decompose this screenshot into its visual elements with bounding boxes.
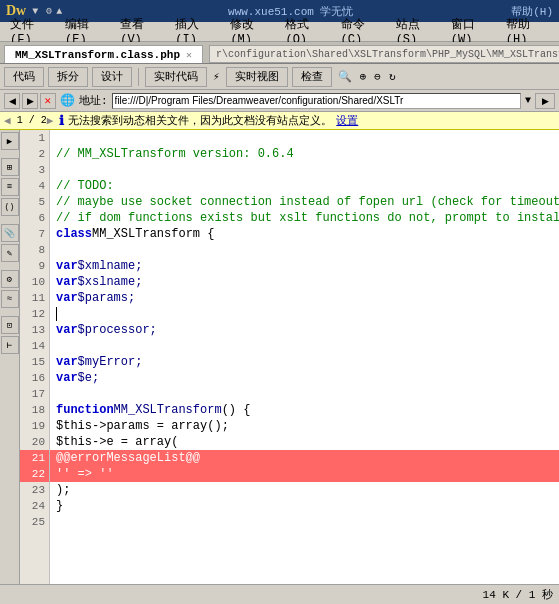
line-number: 10 (20, 274, 49, 290)
main-area: ▶ ⊞ ≡ ⟨⟩ 📎 ✎ ⚙ ≈ ⊡ ⊢ 1234567891011121314… (0, 130, 559, 584)
line-number: 13 (20, 322, 49, 338)
forward-btn[interactable]: ▶ (22, 93, 38, 109)
code-line: var $myError; (50, 354, 559, 370)
refresh-icon[interactable]: ↻ (387, 70, 398, 83)
line-number: 21 (20, 450, 49, 466)
toolbar: 代码 拆分 设计 实时代码 ⚡ 实时视图 检查 🔍 ⊕ ⊖ ↻ (0, 64, 559, 90)
code-line: $this->e = array( (50, 434, 559, 450)
line-number: 9 (20, 258, 49, 274)
side-btn-3[interactable]: ≡ (1, 178, 19, 196)
code-line (50, 242, 559, 258)
code-line: var $processor; (50, 322, 559, 338)
side-btn-8[interactable]: ≈ (1, 290, 19, 308)
side-btn-10[interactable]: ⊢ (1, 336, 19, 354)
zoom-in-icon[interactable]: ⊕ (358, 70, 369, 83)
line-number: 2 (20, 146, 49, 162)
line-number: 16 (20, 370, 49, 386)
nav-buttons: ◀ ▶ ✕ (4, 93, 56, 109)
address-bar: ◀ ▶ ✕ 🌐 地址: ▼ ▶ (0, 90, 559, 112)
line-number: 12 (20, 306, 49, 322)
dropdown-arrow[interactable]: ▼ (525, 95, 531, 106)
line-number: 1 (20, 130, 49, 146)
line-numbers: 1234567891011121314151617181920212223242… (20, 130, 50, 584)
page-number: 1 / 2 (17, 115, 47, 126)
side-btn-4[interactable]: ⟨⟩ (1, 198, 19, 216)
earth-icon: 🌐 (60, 93, 75, 108)
side-btn-7[interactable]: ⚙ (1, 270, 19, 288)
tab-bar: MM_XSLTransform.class.php ✕ r\configurat… (0, 42, 559, 64)
split-btn[interactable]: 拆分 (48, 67, 88, 87)
back-btn[interactable]: ◀ (4, 93, 20, 109)
code-line: var $xmlname; (50, 258, 559, 274)
inspect-btn[interactable]: 检查 (292, 67, 332, 87)
status-bar: 14 K / 1 秒 (0, 584, 559, 604)
line-number: 20 (20, 434, 49, 450)
code-line: // if dom functions exists but xslt func… (50, 210, 559, 226)
live-view-btn[interactable]: 实时视图 (226, 67, 288, 87)
code-line (50, 338, 559, 354)
line-number: 18 (20, 402, 49, 418)
side-btn-6[interactable]: ✎ (1, 244, 19, 262)
line-number: 5 (20, 194, 49, 210)
code-line: // TODO: (50, 178, 559, 194)
tab-file[interactable]: MM_XSLTransform.class.php ✕ (4, 45, 203, 63)
address-input[interactable] (112, 93, 521, 109)
menu-bar: 文件(F) 编辑(E) 查看(V) 插入(I) 修改(M) 格式(O) 命令(C… (0, 22, 559, 42)
code-line: ); (50, 482, 559, 498)
settings-link[interactable]: 设置 (336, 113, 358, 128)
tab-close-icon[interactable]: ✕ (186, 49, 192, 61)
side-btn-2[interactable]: ⊞ (1, 158, 19, 176)
lightning-icon: ⚡ (211, 70, 222, 83)
line-number: 17 (20, 386, 49, 402)
code-line: function MM_XSLTransform() { (50, 402, 559, 418)
separator-1 (138, 68, 139, 86)
code-line (50, 130, 559, 146)
code-editor: 1234567891011121314151617181920212223242… (20, 130, 559, 584)
line-number: 6 (20, 210, 49, 226)
status-text: 14 K / 1 秒 (483, 587, 553, 602)
code-line: } (50, 498, 559, 514)
line-number: 19 (20, 418, 49, 434)
line-number: 11 (20, 290, 49, 306)
page-back-btn[interactable]: ◀ (4, 114, 11, 127)
code-line: var $e; (50, 370, 559, 386)
side-btn-5[interactable]: 📎 (1, 224, 19, 242)
side-btn-9[interactable]: ⊡ (1, 316, 19, 334)
line-number: 3 (20, 162, 49, 178)
code-btn[interactable]: 代码 (4, 67, 44, 87)
line-number: 22 (20, 466, 49, 482)
line-number: 25 (20, 514, 49, 530)
search-icon[interactable]: 🔍 (336, 70, 354, 83)
stop-btn[interactable]: ✕ (40, 93, 56, 109)
zoom-out-icon[interactable]: ⊖ (372, 70, 383, 83)
code-line (50, 514, 559, 530)
code-line: var $xslname; (50, 274, 559, 290)
line-number: 14 (20, 338, 49, 354)
go-btn[interactable]: ▶ (535, 93, 555, 109)
code-line: // MM_XSLTransform version: 0.6.4 (50, 146, 559, 162)
code-line: // maybe use socket connection instead o… (50, 194, 559, 210)
line-number: 4 (20, 178, 49, 194)
code-line: $this->params = array(); (50, 418, 559, 434)
code-content[interactable]: // MM_XSLTransform version: 0.6.4// TODO… (50, 130, 559, 584)
code-line: '' => '' (50, 466, 559, 482)
line-number: 8 (20, 242, 49, 258)
live-code-btn[interactable]: 实时代码 (145, 67, 207, 87)
design-btn[interactable]: 设计 (92, 67, 132, 87)
line-number: 23 (20, 482, 49, 498)
code-line (50, 386, 559, 402)
page-forward-btn[interactable]: ▶ (47, 114, 54, 127)
line-number: 15 (20, 354, 49, 370)
side-toolbar: ▶ ⊞ ≡ ⟨⟩ 📎 ✎ ⚙ ≈ ⊡ ⊢ (0, 130, 20, 584)
code-line (50, 162, 559, 178)
address-label: 地址: (79, 93, 108, 108)
info-bar: ◀ 1 / 2 ▶ ℹ 无法搜索到动态相关文件，因为此文档没有站点定义。 设置 (0, 112, 559, 130)
info-icon: ℹ (59, 113, 64, 129)
code-line: @@errorMessageList@@ (50, 450, 559, 466)
code-line: class MM_XSLTransform { (50, 226, 559, 242)
line-number: 7 (20, 226, 49, 242)
code-line (50, 306, 559, 322)
tab-label: MM_XSLTransform.class.php (15, 49, 180, 61)
line-number: 24 (20, 498, 49, 514)
side-btn-1[interactable]: ▶ (1, 132, 19, 150)
